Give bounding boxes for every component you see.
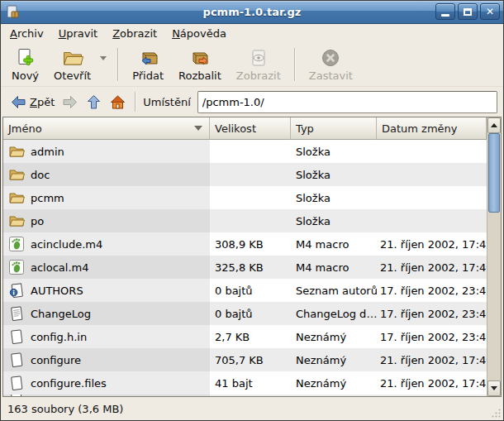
m4-macro-icon (8, 236, 25, 252)
toolbar: Nový Otevřít Přidat (1, 42, 503, 87)
plain-doc-icon (8, 328, 25, 345)
back-button[interactable]: Zpět (7, 91, 58, 113)
open-dropdown-button[interactable] (98, 56, 112, 72)
folder-icon (8, 166, 25, 183)
file-name: aclocal.m4 (31, 261, 88, 274)
m4-macro-icon (8, 259, 25, 275)
file-type (291, 395, 377, 396)
file-name: configure (31, 354, 81, 366)
forward-button (58, 91, 82, 113)
new-archive-icon (15, 47, 36, 69)
minimize-icon (441, 14, 449, 17)
file-size: 41 bajt (210, 371, 291, 395)
menu-upravit[interactable]: Upravit (51, 26, 105, 41)
stop-button: Zastavit (302, 45, 359, 84)
file-date (377, 209, 487, 232)
open-folder-icon (62, 47, 83, 69)
minimize-button[interactable] (435, 3, 455, 20)
plain-doc-icon (8, 395, 25, 396)
file-type: Neznámý (291, 348, 377, 371)
file-date (377, 395, 487, 396)
add-to-archive-icon (137, 47, 159, 69)
table-row[interactable]: AUTHORS 0 bajtů Seznam autorů 17. říjen … (3, 279, 487, 302)
file-size (210, 186, 291, 209)
location-label: Umístění (143, 96, 191, 108)
column-header-name[interactable]: Jméno (3, 117, 210, 140)
plain-doc-icon (8, 375, 25, 391)
table-row[interactable]: admin Složka (3, 140, 487, 163)
table-header: Jméno Velikost Typ Datum změny (3, 117, 487, 140)
titlebar[interactable]: pcmm-1.0.tar.gz ✕ (1, 1, 503, 24)
file-date (377, 140, 487, 163)
authors-doc-icon (8, 282, 25, 299)
close-button[interactable]: ✕ (480, 3, 500, 20)
scrollbar-thumb[interactable] (488, 133, 500, 213)
new-button[interactable]: Nový (5, 45, 45, 84)
sort-descending-icon (194, 126, 202, 131)
add-button[interactable]: Přidat (126, 45, 170, 84)
up-button[interactable] (82, 91, 106, 113)
close-icon: ✕ (486, 7, 494, 17)
menubar: Archiv Upravit Zobrazit Nápověda (1, 25, 503, 42)
table-row[interactable]: configure 705,7 KB Neznámý 21. říjen 200… (3, 348, 487, 371)
home-button[interactable] (106, 91, 130, 113)
file-type: Neznámý (291, 371, 377, 395)
file-size: 0 bajtů (210, 279, 291, 302)
view-button: Zobrazit (230, 45, 288, 84)
forward-arrow-icon (61, 93, 78, 111)
location-input[interactable] (197, 91, 497, 113)
scroll-up-button[interactable] (487, 117, 501, 133)
menu-zobrazit[interactable]: Zobrazit (105, 26, 164, 41)
column-header-size[interactable]: Velikost (210, 117, 291, 140)
file-size: 0 bajtů (210, 302, 291, 325)
file-size: 2,7 KB (210, 325, 291, 348)
file-type: M4 macro (291, 256, 377, 279)
window-title: pcmm-1.0.tar.gz (1, 6, 503, 18)
extract-icon (189, 47, 211, 69)
file-date: 17. říjen 2002, 23:46 (377, 325, 487, 348)
file-name: acinclude.m4 (31, 238, 102, 251)
table-row[interactable]: doc Složka (3, 163, 487, 186)
table-row[interactable]: po Složka (3, 209, 487, 232)
table-row[interactable]: configure.files 41 bajt Neznámý 21. říje… (3, 371, 487, 395)
column-header-date[interactable]: Datum změny (377, 117, 487, 140)
file-name: doc (31, 169, 50, 181)
table-row[interactable]: aclocal.m4 325,8 KB M4 macro 21. říjen 2… (3, 256, 487, 279)
file-table-body: admin Složka doc Složka pcmm Složka po S… (3, 140, 487, 396)
back-arrow-icon (10, 93, 27, 111)
file-type: Neznámý (291, 325, 377, 348)
table-row[interactable]: pcmm Složka (3, 186, 487, 209)
locbar-separator (135, 92, 136, 112)
table-row[interactable]: acinclude.m4 308,9 KB M4 macro 21. říjen… (3, 232, 487, 256)
vertical-scrollbar[interactable] (487, 117, 501, 396)
file-date (377, 186, 487, 209)
menu-napoveda[interactable]: Nápověda (164, 26, 234, 41)
maximize-button[interactable] (458, 3, 478, 20)
file-type: Složka (291, 163, 377, 186)
status-text: 163 soubory (3,6 MB) (7, 403, 123, 415)
extract-button[interactable]: Rozbalit (172, 45, 228, 84)
folder-icon (8, 213, 25, 229)
table-row[interactable]: ChangeLog 0 bajtů ChangeLog d… 17. říjen… (3, 302, 487, 325)
file-size: 325,8 KB (210, 256, 291, 279)
file-type: Seznam autorů (291, 279, 377, 302)
file-date: 17. říjen 2002, 23:46 (377, 279, 487, 302)
table-row[interactable]: config.h.in 2,7 KB Neznámý 17. říjen 200… (3, 325, 487, 348)
file-list: Jméno Velikost Typ Datum změny admin Slo… (2, 117, 502, 397)
scroll-down-button[interactable] (487, 380, 501, 396)
open-button[interactable]: Otevřít (47, 45, 97, 84)
file-type: Složka (291, 209, 377, 232)
toolbar-separator (294, 48, 296, 81)
folder-icon (8, 189, 25, 206)
column-header-type[interactable]: Typ (291, 117, 377, 140)
file-date: 21. říjen 2002, 17:49 (377, 371, 487, 395)
file-name: pcmm (31, 192, 64, 204)
file-date: 17. říjen 2002, 23:46 (377, 302, 487, 325)
statusbar: 163 soubory (3,6 MB) (1, 397, 503, 420)
resize-grip[interactable] (491, 408, 502, 419)
scroll-down-icon (491, 386, 497, 390)
stop-icon (320, 47, 341, 69)
plain-doc-icon (8, 352, 25, 368)
table-row[interactable] (3, 395, 487, 396)
menu-archiv[interactable]: Archiv (2, 26, 51, 41)
